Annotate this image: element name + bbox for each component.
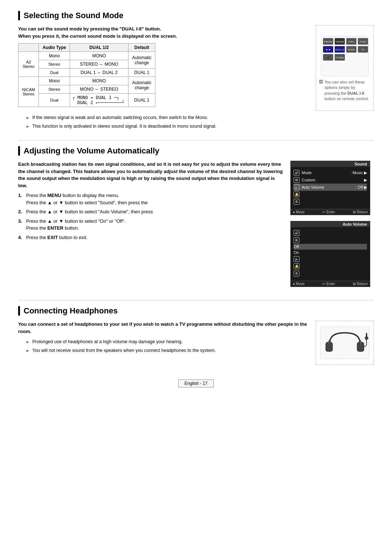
note-arrow-icon-2: ➢ xyxy=(25,123,29,130)
note-arrow-icon: ➢ xyxy=(25,114,29,122)
sound-screen: Sound 🔊 Mode : Music ▶ ⊞ Custom xyxy=(290,161,370,215)
table-cell-auto2: Automaticchange xyxy=(128,77,155,94)
sound-mode-note1: ➢ If the stereo signal is weak and an au… xyxy=(25,114,374,122)
screen-icon-avol-speaker: 🔊 xyxy=(294,230,299,236)
remote-note-text: You can also set these options simply by… xyxy=(324,79,371,102)
screen-row-avol-gear: ⚙ xyxy=(294,270,367,277)
table-cell-dual-mono2: MONO xyxy=(70,77,128,85)
headphones-note2: ➢ You will not receive sound from the sp… xyxy=(25,347,309,354)
screen-row-autovol: 🔈 Auto Volume : Off ▶ xyxy=(294,184,367,191)
svg-text:⬛: ⬛ xyxy=(327,56,330,59)
headphones-section: Connecting Headphones You can connect a … xyxy=(18,306,374,365)
remote-dual-note: 🖼 You can also set these options simply … xyxy=(319,79,371,102)
screen-mockups: Sound 🔊 Mode : Music ▶ ⊞ Custom xyxy=(290,161,374,290)
sound-mode-top: You can set the sound mode by pressing t… xyxy=(18,25,374,111)
avol-option-on: On xyxy=(294,250,299,255)
headphones-text: You can connect a set of headphones to y… xyxy=(18,321,309,365)
page-number-badge: English - 17 xyxy=(178,379,213,387)
screen-row-avol-box: ⊞ xyxy=(294,237,367,244)
svg-rect-25 xyxy=(328,340,330,344)
screen-icon-avol-bell: 🔔 xyxy=(294,263,299,269)
sound-mode-title: Selecting the Sound Mode xyxy=(18,11,374,20)
remote-image: P.MODE S.MODE STILL P.SIZE ◄ ► DUAL I-II… xyxy=(316,25,374,111)
screen-value-custom: ▶ xyxy=(364,178,367,182)
table-cell-dual-dual1: DUAL 1 ↔ DUAL 2 xyxy=(70,69,128,77)
table-cell-default-dual1: DUAL 1 xyxy=(128,69,155,77)
table-row: Dual ┌ MONO ↔ DUAL 1 ─┐ DUAL 2 ←────────… xyxy=(19,94,155,107)
screen-label-custom: Custom xyxy=(302,178,315,182)
table-col-default: Default xyxy=(128,44,155,52)
table-col-dual: DUAL 1/2 xyxy=(70,44,128,52)
headphones-note1-arrow: ➢ xyxy=(25,338,29,346)
screen-row-extra2: ⚙ xyxy=(294,198,367,205)
screen-row-avol-vol: 🔈 xyxy=(294,255,367,263)
table-cell-dual-stereo1: STEREO ↔ MONO xyxy=(70,60,128,69)
footer-enter: ↵ Enter xyxy=(322,210,335,214)
remote-control-svg: P.MODE S.MODE STILL P.SIZE ◄ ► DUAL I-II… xyxy=(319,34,370,78)
screen-value-mode: : Music ▶ xyxy=(350,171,367,175)
table-cell-stereo1: Stereo xyxy=(39,60,70,69)
adjust-text: Each broadcasting station has its own si… xyxy=(18,161,283,290)
sound-screen-title: Sound xyxy=(291,161,370,167)
table-cell-mono1: Mono xyxy=(39,52,70,60)
step-4: 4. Press the EXIT button to exit. xyxy=(18,234,283,241)
table-row: Dual DUAL 1 ↔ DUAL 2 DUAL 1 xyxy=(19,69,155,77)
svg-text:↓: ↓ xyxy=(341,49,343,53)
step-2: 2. Press the ▲ or ▼ button to select "Au… xyxy=(18,208,283,215)
svg-rect-26 xyxy=(360,340,361,344)
auto-volume-steps: 1. Press the MENU button to display the … xyxy=(18,192,283,241)
auto-volume-screen-footer: ♦ Move ↵ Enter ⊞ Return xyxy=(291,281,370,287)
svg-text:◄ ►: ◄ ► xyxy=(325,48,331,51)
svg-text:S.MODE: S.MODE xyxy=(335,41,344,43)
footer2-move: ♦ Move xyxy=(293,282,305,286)
headphones-note1: ➢ Prolonged use of headphones at a high … xyxy=(25,338,309,346)
sound-mode-intro-line1: You can set the sound mode by pressing t… xyxy=(18,25,309,40)
section-divider-1 xyxy=(18,140,374,140)
avol-option-off: Off xyxy=(294,245,299,249)
table-cell-dual1: Dual xyxy=(39,69,70,77)
screen-row-avol-bell: 🔔 xyxy=(294,263,367,270)
table-cell-mono2: Mono xyxy=(39,77,70,85)
table-cell-dual-mono1: MONO xyxy=(70,52,128,60)
headphones-image xyxy=(316,321,374,365)
screen-row-avol-speaker: 🔊 xyxy=(294,229,367,237)
adjust-layout: Each broadcasting station has its own si… xyxy=(18,161,374,290)
table-cell-dual-dual2: ┌ MONO ↔ DUAL 1 ─┐ DUAL 2 ←─────────┘ xyxy=(70,94,128,107)
page-footer: English - 17 xyxy=(18,379,374,387)
svg-text:P.MODE: P.MODE xyxy=(324,41,332,43)
screen-row-on: On xyxy=(294,250,367,255)
screen-icon-custom: ⊞ xyxy=(294,177,299,183)
headphones-top: You can connect a set of headphones to y… xyxy=(18,321,374,365)
footer2-enter: ↵ Enter xyxy=(322,282,335,286)
screen-label-autovol: Auto Volume xyxy=(302,185,324,189)
section-divider-2 xyxy=(18,300,374,300)
auto-volume-screen-body: 🔊 ⊞ Off On 🔈 xyxy=(291,227,370,279)
table-cell-stereo2: Stereo xyxy=(39,85,70,94)
screen-icon-avol-vol: 🔈 xyxy=(294,256,299,262)
screen-row-extra1: 🔔 xyxy=(294,191,367,198)
auto-volume-section: Adjusting the Volume Automatically Each … xyxy=(18,146,374,290)
svg-rect-28 xyxy=(366,333,367,339)
auto-volume-screen-title: Auto Volume xyxy=(291,221,370,227)
svg-text:TV: TV xyxy=(362,49,364,51)
step-3: 3. Press the ▲ or ▼ button to select "On… xyxy=(18,218,283,232)
screen-icon-extra1: 🔔 xyxy=(294,192,299,197)
auto-volume-title: Adjusting the Volume Automatically xyxy=(18,146,374,156)
svg-text:P.SIZE: P.SIZE xyxy=(360,41,366,43)
headphones-title: Connecting Headphones xyxy=(18,306,374,316)
table-row: NICAMStereo Mono MONO Automaticchange xyxy=(19,77,155,85)
sound-screen-body: 🔊 Mode : Music ▶ ⊞ Custom ▶ xyxy=(291,167,370,208)
screen-row-off: Off xyxy=(294,244,367,250)
sound-screen-footer: ♦ Move ↵ Enter ⊞ Return xyxy=(291,209,370,215)
auto-volume-screen: Auto Volume 🔊 ⊞ Off xyxy=(290,221,370,287)
sound-mode-intro: You can set the sound mode by pressing t… xyxy=(18,25,309,111)
screen-label-mode: Mode xyxy=(302,171,312,175)
sound-mode-note2: ➢ This function is only activated in ste… xyxy=(25,123,374,130)
table-cell-group-nicam: NICAMStereo xyxy=(19,77,39,107)
svg-text:TTX/MIX: TTX/MIX xyxy=(335,57,344,59)
footer2-return: ⊞ Return xyxy=(353,282,368,286)
svg-text:STILL: STILL xyxy=(348,41,355,43)
table-row: A2Stereo Mono MONO Automaticchange xyxy=(19,52,155,60)
screen-icon-avol-gear: ⚙ xyxy=(294,271,299,276)
footer-return: ⊞ Return xyxy=(353,210,368,214)
